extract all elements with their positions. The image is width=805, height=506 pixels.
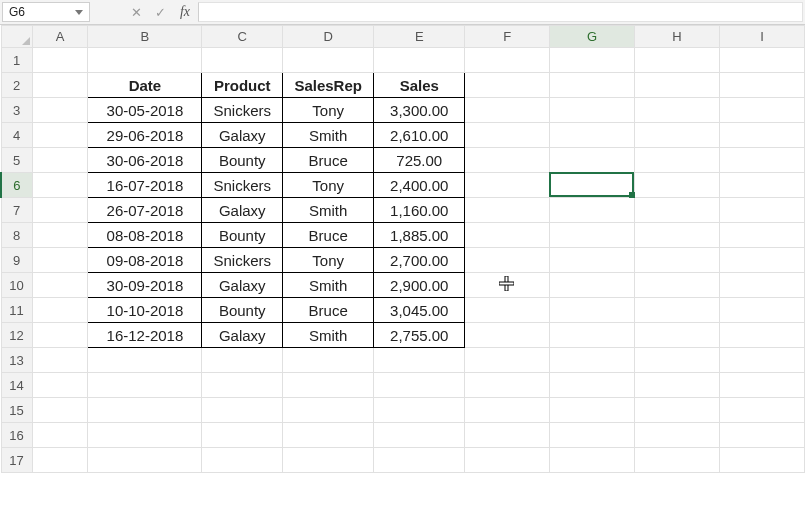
cell-E3[interactable]: 3,300.00: [374, 98, 465, 123]
cell-C8[interactable]: Bounty: [202, 223, 283, 248]
cell-I6[interactable]: [720, 173, 805, 198]
select-all-corner[interactable]: [1, 26, 32, 48]
cell-B2[interactable]: Date: [88, 73, 202, 98]
cell-I15[interactable]: [720, 398, 805, 423]
cell-B6[interactable]: 16-07-2018: [88, 173, 202, 198]
cell-G10[interactable]: [550, 273, 635, 298]
cell-C17[interactable]: [202, 448, 283, 473]
cell-E16[interactable]: [374, 423, 465, 448]
row-header-10[interactable]: 10: [1, 273, 32, 298]
cell-I12[interactable]: [720, 323, 805, 348]
cell-F7[interactable]: [465, 198, 550, 223]
cell-E2[interactable]: Sales: [374, 73, 465, 98]
cell-F3[interactable]: [465, 98, 550, 123]
cell-B9[interactable]: 09-08-2018: [88, 248, 202, 273]
spreadsheet-grid[interactable]: A B C D E F G H I 12DateProductSalesRepS…: [0, 25, 805, 473]
cell-H16[interactable]: [635, 423, 720, 448]
cell-C14[interactable]: [202, 373, 283, 398]
row-header-8[interactable]: 8: [1, 223, 32, 248]
cell-E14[interactable]: [374, 373, 465, 398]
cell-F10[interactable]: [465, 273, 550, 298]
cell-B8[interactable]: 08-08-2018: [88, 223, 202, 248]
cell-A13[interactable]: [32, 348, 88, 373]
cell-C7[interactable]: Galaxy: [202, 198, 283, 223]
cell-C1[interactable]: [202, 48, 283, 73]
cell-B14[interactable]: [88, 373, 202, 398]
cell-I5[interactable]: [720, 148, 805, 173]
cell-E15[interactable]: [374, 398, 465, 423]
cell-H10[interactable]: [635, 273, 720, 298]
cell-A5[interactable]: [32, 148, 88, 173]
cell-G16[interactable]: [550, 423, 635, 448]
cell-F5[interactable]: [465, 148, 550, 173]
cell-G8[interactable]: [550, 223, 635, 248]
cell-A1[interactable]: [32, 48, 88, 73]
cell-H8[interactable]: [635, 223, 720, 248]
cell-A3[interactable]: [32, 98, 88, 123]
cell-C9[interactable]: Snickers: [202, 248, 283, 273]
row-header-15[interactable]: 15: [1, 398, 32, 423]
col-header-E[interactable]: E: [374, 26, 465, 48]
cell-F16[interactable]: [465, 423, 550, 448]
cell-I8[interactable]: [720, 223, 805, 248]
cell-G3[interactable]: [550, 98, 635, 123]
cell-C6[interactable]: Snickers: [202, 173, 283, 198]
cell-G17[interactable]: [550, 448, 635, 473]
cell-I1[interactable]: [720, 48, 805, 73]
cell-C4[interactable]: Galaxy: [202, 123, 283, 148]
col-header-H[interactable]: H: [635, 26, 720, 48]
cell-D10[interactable]: Smith: [283, 273, 374, 298]
cell-I2[interactable]: [720, 73, 805, 98]
cell-E13[interactable]: [374, 348, 465, 373]
row-header-12[interactable]: 12: [1, 323, 32, 348]
cell-C10[interactable]: Galaxy: [202, 273, 283, 298]
cell-G14[interactable]: [550, 373, 635, 398]
cell-B16[interactable]: [88, 423, 202, 448]
cell-B1[interactable]: [88, 48, 202, 73]
cell-C2[interactable]: Product: [202, 73, 283, 98]
cell-E11[interactable]: 3,045.00: [374, 298, 465, 323]
confirm-button[interactable]: ✓: [148, 0, 172, 24]
cell-A2[interactable]: [32, 73, 88, 98]
col-header-G[interactable]: G: [550, 26, 635, 48]
cell-G4[interactable]: [550, 123, 635, 148]
row-header-4[interactable]: 4: [1, 123, 32, 148]
cell-F8[interactable]: [465, 223, 550, 248]
cell-H9[interactable]: [635, 248, 720, 273]
cell-D8[interactable]: Bruce: [283, 223, 374, 248]
cell-D15[interactable]: [283, 398, 374, 423]
cell-C3[interactable]: Snickers: [202, 98, 283, 123]
cell-G9[interactable]: [550, 248, 635, 273]
cell-I9[interactable]: [720, 248, 805, 273]
cell-B5[interactable]: 30-06-2018: [88, 148, 202, 173]
cell-G7[interactable]: [550, 198, 635, 223]
cell-B7[interactable]: 26-07-2018: [88, 198, 202, 223]
cell-D6[interactable]: Tony: [283, 173, 374, 198]
col-header-B[interactable]: B: [88, 26, 202, 48]
cell-A6[interactable]: [32, 173, 88, 198]
cell-F2[interactable]: [465, 73, 550, 98]
cell-H1[interactable]: [635, 48, 720, 73]
cell-A9[interactable]: [32, 248, 88, 273]
cell-F1[interactable]: [465, 48, 550, 73]
cell-D4[interactable]: Smith: [283, 123, 374, 148]
cell-H4[interactable]: [635, 123, 720, 148]
row-header-14[interactable]: 14: [1, 373, 32, 398]
cell-F6[interactable]: [465, 173, 550, 198]
cell-F12[interactable]: [465, 323, 550, 348]
cell-B17[interactable]: [88, 448, 202, 473]
cell-A4[interactable]: [32, 123, 88, 148]
cell-H15[interactable]: [635, 398, 720, 423]
cell-B10[interactable]: 30-09-2018: [88, 273, 202, 298]
dropdown-icon[interactable]: [75, 10, 83, 15]
cell-A15[interactable]: [32, 398, 88, 423]
col-header-A[interactable]: A: [32, 26, 88, 48]
cell-C16[interactable]: [202, 423, 283, 448]
cell-A7[interactable]: [32, 198, 88, 223]
cell-H5[interactable]: [635, 148, 720, 173]
cell-E4[interactable]: 2,610.00: [374, 123, 465, 148]
cell-F13[interactable]: [465, 348, 550, 373]
cell-I16[interactable]: [720, 423, 805, 448]
cell-G2[interactable]: [550, 73, 635, 98]
cell-B12[interactable]: 16-12-2018: [88, 323, 202, 348]
